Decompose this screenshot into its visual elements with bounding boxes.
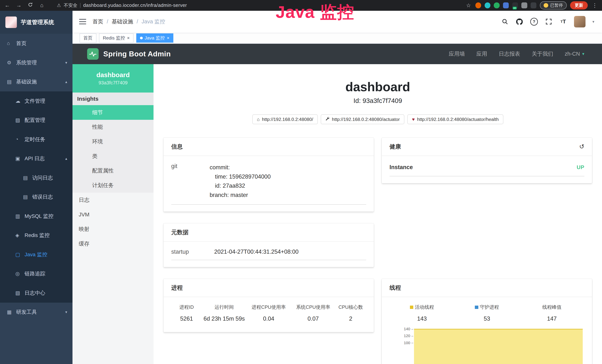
- instance-header[interactable]: dashboard 93a3fc7f7409: [73, 64, 153, 93]
- wrench-icon: [325, 117, 330, 122]
- sidebar-item-infrastructure[interactable]: ▤ 基础设施 ▴: [0, 72, 73, 91]
- extension-icon-leaf[interactable]: [521, 2, 527, 8]
- font-size-icon[interactable]: TT: [559, 18, 567, 25]
- process-col-cores: CPU核心数 2: [335, 304, 366, 322]
- sidebar-item-redis-monitor[interactable]: ◈ Redis 监控: [0, 226, 73, 245]
- sidebar-item-scheduled-jobs[interactable]: ◔ 定时任务: [0, 130, 73, 149]
- paused-badge[interactable]: 已暂停: [540, 1, 567, 9]
- sidebar-item-home[interactable]: ⌂ 首页: [0, 34, 73, 53]
- back-icon[interactable]: ←: [4, 2, 11, 8]
- link-label: http://192.168.0.2:48080/actuator: [332, 117, 400, 122]
- refresh-icon[interactable]: [27, 2, 34, 9]
- forward-icon[interactable]: →: [15, 2, 22, 8]
- nav-journal[interactable]: 日志报表: [499, 50, 520, 58]
- legend-swatch-blue: [475, 306, 478, 309]
- close-icon[interactable]: ×: [167, 36, 170, 40]
- close-icon[interactable]: ×: [127, 36, 130, 40]
- extension-icon-dark[interactable]: [531, 2, 536, 8]
- git-id-line: id: 27aa832: [210, 181, 271, 191]
- extension-icon-green[interactable]: [494, 2, 499, 8]
- sidebar-item-tracing[interactable]: ◎ 链路追踪: [0, 264, 73, 284]
- user-avatar[interactable]: [574, 16, 585, 27]
- tab-redis-monitor[interactable]: Redis 监控 ×: [99, 33, 133, 43]
- sba-item-jvm[interactable]: JVM: [73, 207, 153, 222]
- search-icon[interactable]: [501, 18, 509, 25]
- link-button-root[interactable]: ⌂ http://192.168.0.2:48080/: [252, 114, 318, 124]
- app-logo-area[interactable]: 芋道管理系统: [0, 11, 73, 34]
- y-tick: 100: [404, 341, 413, 347]
- sba-item-scheduled-tasks[interactable]: 计划任务: [73, 178, 153, 193]
- instance-name: dashboard: [97, 71, 130, 79]
- process-col-sys-cpu: 系统CPU使用率 0.07: [291, 304, 335, 322]
- smiley-icon: [544, 3, 548, 8]
- y-tick: 120: [404, 334, 413, 341]
- sba-item-classes[interactable]: 类: [73, 149, 153, 163]
- sidebar-item-api-logs[interactable]: ▣ API 日志 ▴: [0, 149, 73, 168]
- sidebar-item-file-mgmt[interactable]: ☁ 文件管理: [0, 91, 73, 111]
- top-navbar: 首页 / 基础设施 / Java 监控 ? TT ▾: [73, 11, 602, 33]
- info-key: git: [171, 163, 210, 200]
- bookmark-star-icon[interactable]: ☆: [465, 2, 472, 9]
- sidebar-item-error-logs[interactable]: ▤ 错误日志: [0, 187, 73, 207]
- sidebar-item-label: 系统管理: [16, 59, 37, 66]
- sidebar-item-java-monitor[interactable]: ▢ Java 监控: [0, 245, 73, 264]
- sidebar-item-config-mgmt[interactable]: ▨ 配置管理: [0, 110, 73, 130]
- sidebar-item-mysql-monitor[interactable]: ▥ MySQL 监控: [0, 207, 73, 226]
- user-caret-icon[interactable]: ▾: [592, 20, 594, 24]
- breadcrumb-section[interactable]: 基础设施: [112, 18, 133, 25]
- history-icon[interactable]: ↺: [579, 143, 584, 150]
- legend-value: 143: [389, 315, 454, 322]
- sba-item-metrics[interactable]: 性能: [73, 120, 153, 134]
- sidebar-item-label: 定时任务: [25, 136, 45, 143]
- sba-item-config-props[interactable]: 配置属性: [73, 163, 153, 178]
- browser-home-icon[interactable]: ⌂: [38, 2, 45, 8]
- tab-home[interactable]: 首页: [80, 33, 97, 43]
- config-icon: ▨: [15, 117, 25, 123]
- sidebar-item-dev-tools[interactable]: ▦ 研发工具 ▾: [0, 303, 73, 322]
- on-badge: on: [513, 7, 517, 10]
- legend-daemon-threads: 守护进程 53: [454, 304, 519, 322]
- breadcrumb-home[interactable]: 首页: [93, 18, 103, 25]
- fullscreen-icon[interactable]: [545, 18, 552, 25]
- locale-label: zh-CN: [565, 51, 580, 57]
- chrome-menu-icon[interactable]: ⋮: [591, 2, 598, 9]
- nav-about[interactable]: 关于我们: [532, 50, 553, 58]
- sba-brand[interactable]: Spring Boot Admin: [87, 48, 171, 60]
- collapse-sidebar-icon[interactable]: [79, 19, 86, 25]
- sidebar-item-access-logs[interactable]: ▤ 访问日志: [0, 168, 73, 187]
- tab-java-monitor[interactable]: Java 监控 ×: [136, 33, 173, 43]
- url-text[interactable]: dashboard.yudao.iocoder.cn/infra/admin-s…: [83, 3, 187, 8]
- address-bar[interactable]: ⚠ 不安全 dashboard.yudao.iocoder.cn/infra/a…: [50, 2, 460, 8]
- link-button-actuator[interactable]: http://192.168.0.2:48080/actuator: [321, 114, 404, 124]
- github-icon[interactable]: [516, 18, 523, 25]
- extension-icon-fox[interactable]: [475, 2, 481, 8]
- sidebar-item-system-mgmt[interactable]: ⚙ 系统管理 ▾: [0, 53, 73, 72]
- chevron-up-icon: ▴: [65, 80, 67, 84]
- link-label: http://192.168.0.2:48080/: [262, 117, 313, 122]
- sba-item-environment[interactable]: 环境: [73, 134, 153, 149]
- timer-icon: ◔: [15, 137, 25, 142]
- extension-icon-switch[interactable]: on: [512, 2, 518, 8]
- nav-wall[interactable]: 应用墙: [449, 50, 465, 58]
- nav-applications[interactable]: 应用: [476, 50, 487, 58]
- extension-icon-drop[interactable]: [485, 2, 490, 8]
- sba-item-details[interactable]: 细节: [73, 105, 153, 120]
- column-value: 5261: [171, 315, 202, 322]
- sba-body: dashboard 93a3fc7f7409 Insights 细节 性能 环境…: [73, 64, 602, 364]
- column-value: 6d 23h 15m 59s: [202, 315, 247, 322]
- column-header: 运行时间: [202, 304, 247, 310]
- sba-item-logs[interactable]: 日志: [73, 193, 153, 207]
- sidebar-item-log-center[interactable]: ▧ 日志中心: [0, 283, 73, 303]
- locale-select[interactable]: zh-CN ▾: [565, 51, 584, 57]
- legend-label: 线程峰值: [542, 304, 562, 310]
- card-title: 元数据: [171, 228, 189, 236]
- help-icon[interactable]: ?: [530, 18, 538, 25]
- update-button[interactable]: 更新: [570, 1, 588, 9]
- extension-icon-grid[interactable]: [503, 2, 509, 8]
- sba-item-caches[interactable]: 缓存: [73, 236, 153, 251]
- info-row-git: git commit: time: 1596289704000 id: 27aa…: [171, 157, 366, 205]
- sba-item-mappings[interactable]: 映射: [73, 222, 153, 237]
- link-button-health[interactable]: ♥ http://192.168.0.2:48080/actuator/heal…: [407, 114, 503, 124]
- legend-label: 守护进程: [480, 304, 499, 310]
- page-subtitle: Id: 93a3fc7f7409: [163, 97, 592, 104]
